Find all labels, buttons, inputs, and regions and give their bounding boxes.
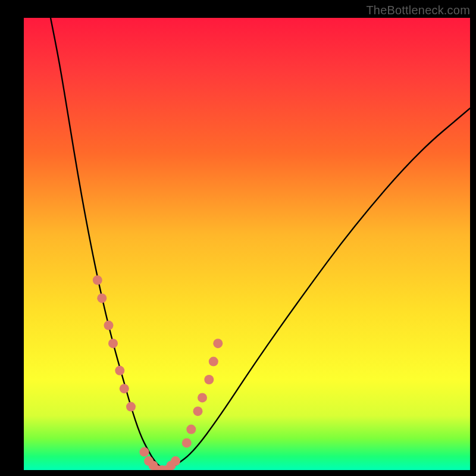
chart-frame: TheBottleneck.com <box>0 0 476 476</box>
marker-dot <box>198 393 207 402</box>
marker-dot <box>108 339 118 348</box>
marker-dot <box>120 384 129 393</box>
marker-dot <box>140 447 149 457</box>
bottleneck-curve-path <box>51 18 470 469</box>
marker-group <box>93 275 223 470</box>
plot-area <box>24 18 470 470</box>
watermark-text: TheBottleneck.com <box>366 4 470 17</box>
marker-dot <box>182 438 192 447</box>
curve-layer <box>24 18 470 470</box>
marker-dot <box>115 366 124 375</box>
marker-dot <box>171 456 180 466</box>
marker-dot <box>186 425 196 434</box>
marker-dot <box>209 357 218 367</box>
marker-dot <box>193 406 203 416</box>
marker-dot <box>104 321 114 330</box>
marker-dot <box>213 339 223 348</box>
marker-dot <box>97 293 107 303</box>
marker-dot <box>204 375 214 384</box>
marker-dot <box>93 275 102 285</box>
marker-dot <box>126 402 136 412</box>
